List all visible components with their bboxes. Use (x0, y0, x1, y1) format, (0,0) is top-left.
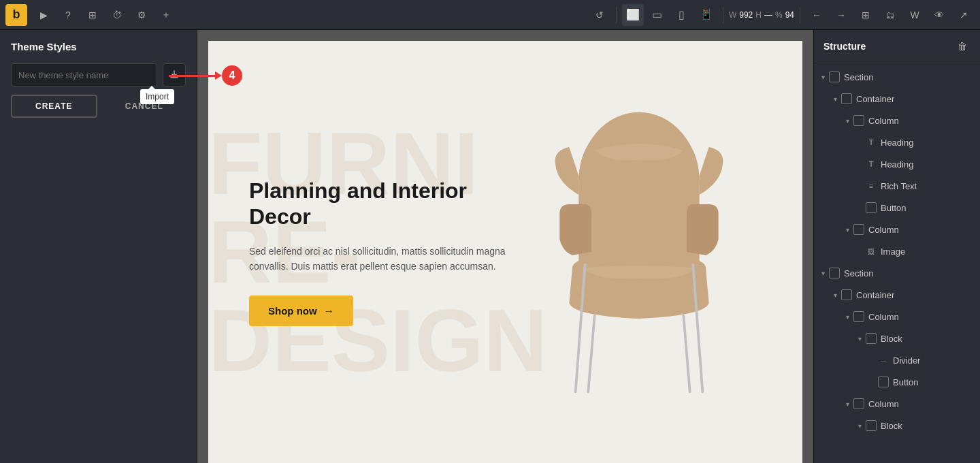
label-container-1: Container (856, 94, 894, 104)
chevron-section-1 (817, 71, 829, 83)
label-section-1: Section (844, 72, 873, 82)
tree-item-divider[interactable]: — Divider (814, 349, 980, 371)
import-button[interactable] (163, 63, 186, 86)
import-tooltip: Import (140, 89, 174, 104)
hero-title: Planning and Interior Decor (249, 178, 508, 230)
label-richtext: Rich Text (881, 181, 917, 191)
label-image: Image (881, 246, 905, 257)
chevron-block-2 (853, 419, 866, 432)
shop-now-button[interactable]: Shop now → (249, 296, 353, 326)
input-row: Import (11, 63, 186, 86)
svg-line-1 (588, 315, 594, 392)
tree-item-column-2[interactable]: Column (814, 219, 980, 240)
box-icon-button-2 (878, 377, 889, 387)
T-icon-heading-2: T (866, 159, 877, 170)
wp-button[interactable]: W (904, 4, 926, 26)
tree-item-image[interactable]: 🖼 Image (814, 240, 980, 262)
T-icon-richtext: ≡ (866, 180, 877, 191)
height-dimension: H — (755, 10, 772, 20)
chair-svg (544, 95, 734, 409)
tree-item-column-3[interactable]: Column (814, 306, 980, 328)
box-icon-column-3 (853, 311, 864, 322)
logo: b (5, 4, 27, 26)
label-button-2: Button (893, 377, 919, 387)
tablet-v-view-btn[interactable]: ▯ (671, 4, 693, 26)
separator-2 (723, 7, 723, 23)
chevron-column-1 (841, 114, 853, 127)
publish-button[interactable]: ↗ (953, 4, 975, 26)
label-block-1: Block (881, 334, 902, 344)
shop-now-arrow: → (324, 305, 334, 317)
box-icon-column-2 (853, 224, 864, 235)
zoom-label: % (775, 10, 783, 20)
chevron-section-2 (817, 267, 829, 279)
chevron-column-3 (841, 310, 853, 323)
pages-button[interactable]: ⊞ (82, 4, 103, 26)
separator-3 (800, 7, 800, 23)
box-icon-button-1 (866, 202, 877, 213)
hero-content: Planning and Interior Decor Sed eleifend… (249, 178, 508, 327)
tree-item-button-1[interactable]: Button (814, 197, 980, 219)
box-icon-column-4 (853, 398, 864, 409)
label-container-2: Container (856, 290, 894, 300)
hero-section: FURNI RE- DESIGN Planning and Interior D… (208, 41, 802, 463)
label-heading-2: Heading (881, 159, 913, 170)
tree-item-block-2[interactable]: Block (814, 415, 980, 436)
tree-item-section-2[interactable]: Section (814, 262, 980, 284)
tree-item-section-1[interactable]: Section (814, 66, 980, 88)
label-divider: Divider (893, 355, 920, 366)
label-section-2: Section (844, 268, 873, 278)
pointer-tool[interactable]: ▶ (33, 4, 54, 26)
tree-item-container-1[interactable]: Container (814, 88, 980, 110)
canvas-area: FURNI RE- DESIGN Planning and Interior D… (197, 30, 813, 463)
width-dimension: W 992 (729, 10, 753, 20)
grid-view-button[interactable]: ⊞ (855, 4, 877, 26)
separator-1 (616, 7, 617, 23)
box-icon-container-1 (841, 93, 852, 104)
box-icon-block-2 (866, 420, 877, 431)
box-icon-section-1 (829, 71, 840, 82)
folder-button[interactable]: 🗂 (879, 4, 901, 26)
tablet-h-view-btn[interactable]: ▭ (647, 4, 668, 26)
label-heading-1: Heading (881, 138, 913, 148)
tree-item-heading-2[interactable]: T Heading (814, 153, 980, 175)
panel-title: Structure (823, 41, 866, 52)
hero-text: Sed eleifend orci ac nisl sollicitudin, … (249, 244, 508, 274)
redo-button[interactable]: → (830, 4, 852, 26)
box-icon-block-1 (866, 333, 877, 344)
chevron-container-2 (829, 289, 841, 301)
label-column-3: Column (868, 312, 899, 322)
settings-button[interactable]: ⚙ (131, 4, 152, 26)
tree-item-richtext[interactable]: ≡ Rich Text (814, 175, 980, 197)
chevron-block-1 (853, 332, 866, 345)
svg-line-2 (683, 315, 689, 392)
label-column-4: Column (868, 399, 899, 409)
preview-button[interactable]: 👁 (928, 4, 950, 26)
tree-item-block-1[interactable]: Block (814, 328, 980, 349)
refresh-button[interactable]: ↺ (589, 4, 610, 26)
structure-tree: Section Container Column T Heading (814, 63, 980, 439)
chevron-container-1 (829, 93, 841, 105)
tree-item-button-2[interactable]: Button (814, 371, 980, 393)
tree-item-column-1[interactable]: Column (814, 110, 980, 131)
trash-button[interactable]: 🗑 (954, 38, 970, 54)
img-icon-image: 🖼 (866, 246, 877, 257)
desktop-view-btn[interactable]: ⬜ (622, 4, 644, 26)
tree-item-container-2[interactable]: Container (814, 284, 980, 306)
height-label: H (755, 10, 762, 20)
history-button[interactable]: ⏱ (106, 4, 128, 26)
zoom-dimension: % 94 (775, 10, 794, 20)
tree-item-heading-1[interactable]: T Heading (814, 131, 980, 153)
height-dash: — (764, 10, 772, 20)
add-button[interactable]: ＋ (155, 4, 177, 26)
theme-name-input[interactable] (11, 63, 157, 86)
width-label: W (729, 10, 736, 20)
T-icon-heading-1: T (866, 137, 877, 148)
chevron-column-4 (841, 398, 853, 410)
undo-button[interactable]: ← (806, 4, 828, 26)
mobile-view-btn[interactable]: 📱 (696, 4, 717, 26)
tree-item-column-4[interactable]: Column (814, 393, 980, 415)
help-button[interactable]: ? (57, 4, 79, 26)
create-button[interactable]: CREATE (11, 95, 97, 118)
left-panel: Theme Styles Import CREATE CANCEL (0, 30, 197, 463)
